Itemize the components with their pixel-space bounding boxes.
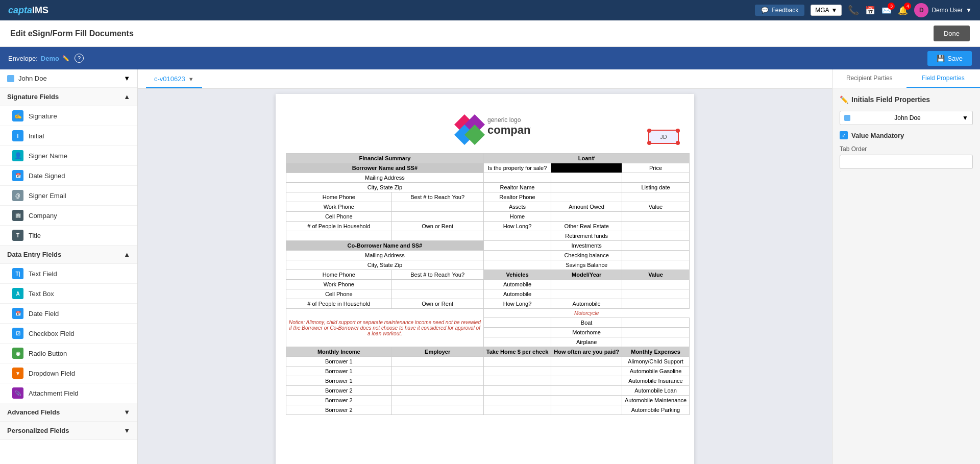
panel-recipient-select[interactable]: John Doe ▼ — [840, 111, 973, 125]
pencil-icon: ✏️ — [840, 95, 848, 104]
panel-section-title: ✏️ Initials Field Properties — [840, 95, 973, 104]
center-area: c-v010623 ▼ JD — [138, 69, 832, 464]
value-mandatory-row[interactable]: ✓ Value Mandatory — [840, 131, 973, 139]
done-button[interactable]: Done — [934, 26, 970, 41]
top-nav-right: 💬 Feedback MGA ▼ 📞 📅 ✉️ 3 🔔 4 D Demo Use… — [755, 3, 972, 17]
tab-recipient-parties[interactable]: Recipient Parties — [832, 69, 906, 88]
feedback-button[interactable]: 💬 Feedback — [755, 5, 804, 16]
tab-field-properties[interactable]: Field Properties — [906, 69, 981, 88]
tab-dropdown-icon: ▼ — [188, 76, 194, 82]
document-logo: generic logo company — [286, 104, 684, 145]
mga-dropdown[interactable]: MGA ▼ — [811, 5, 842, 16]
dropdown-field-icon: ▼ — [12, 368, 23, 379]
resize-handle-bl[interactable] — [647, 141, 651, 145]
dropdown-field-item[interactable]: ▼ Dropdown Field — [0, 363, 137, 383]
data-entry-fields-collapse-icon: ▲ — [124, 251, 130, 258]
user-menu[interactable]: D Demo User ▼ — [914, 3, 972, 17]
initials-placeholder-text: JD — [660, 134, 667, 140]
signature-fields-header[interactable]: Signature Fields ▲ — [0, 88, 137, 106]
panel-color-swatch — [844, 115, 850, 121]
feedback-icon: 💬 — [761, 7, 769, 14]
company-logo-svg: generic logo company — [439, 104, 531, 145]
envelope-name: Demo — [41, 55, 59, 62]
envelope-label: Envelope: — [8, 55, 38, 62]
financial-summary-header: Financial Summary — [286, 154, 484, 163]
logo-text2: IMS — [32, 5, 48, 15]
help-icon[interactable]: ? — [75, 54, 84, 63]
bell-icon[interactable]: 🔔 4 — [898, 6, 908, 15]
document-viewport[interactable]: JD generic logo company — [138, 89, 832, 464]
company-field-item[interactable]: 🏢 Company — [0, 206, 137, 226]
edit-pencil-icon[interactable]: ✏️ — [62, 55, 69, 62]
date-field-item[interactable]: 📅 Date Field — [0, 304, 137, 324]
logo-text1: capta — [8, 5, 32, 15]
document-tab[interactable]: c-v010623 ▼ — [146, 71, 202, 88]
initial-field-item[interactable]: I Initial — [0, 126, 137, 146]
loan-header: Loan# — [483, 154, 689, 163]
text-box-icon: A — [12, 288, 23, 299]
signer-email-field-item[interactable]: @ Signer Email — [0, 186, 137, 206]
panel-content: ✏️ Initials Field Properties John Doe ▼ … — [832, 88, 980, 176]
resize-handle-tr[interactable] — [676, 129, 680, 133]
data-entry-fields-header[interactable]: Data Entry Fields ▲ — [0, 246, 137, 264]
date-field-icon: 📅 — [12, 308, 23, 319]
text-field-icon: T| — [12, 268, 23, 279]
advanced-fields-header[interactable]: Advanced Fields ▼ — [0, 403, 137, 422]
advanced-fields-expand-icon: ▼ — [124, 408, 130, 416]
phone-icon[interactable]: 📞 — [848, 5, 859, 16]
initials-field-overlay[interactable]: JD — [648, 130, 679, 144]
recipient-color-swatch — [7, 75, 14, 82]
recipient-chevron-icon: ▼ — [124, 75, 130, 82]
checkbox-field-item[interactable]: ☑ Checkbox Field — [0, 324, 137, 344]
title-field-item[interactable]: T Title — [0, 226, 137, 246]
financial-summary-table: Financial Summary Loan# Borrower Name an… — [286, 153, 690, 415]
notification-badge: 4 — [904, 3, 911, 10]
personalized-fields-expand-icon: ▼ — [124, 427, 130, 434]
checkbox-field-icon: ☑ — [12, 328, 23, 339]
resize-handle-br[interactable] — [676, 141, 680, 145]
attachment-field-item[interactable]: 📎 Attachment Field — [0, 383, 137, 403]
date-signed-field-item[interactable]: 📅 Date Signed — [0, 166, 137, 186]
value-mandatory-checkbox[interactable]: ✓ — [840, 131, 848, 139]
email-badge: 3 — [888, 3, 895, 10]
signature-field-icon: ✍ — [12, 110, 23, 121]
company-field-icon: 🏢 — [12, 210, 23, 221]
app-logo: captaIMS — [8, 5, 48, 16]
radio-button-item[interactable]: ◉ Radio Button — [0, 344, 137, 363]
user-avatar: D — [914, 3, 928, 17]
right-panel: Recipient Parties Field Properties ✏️ In… — [832, 69, 980, 464]
document-page: JD generic logo company — [276, 94, 694, 464]
recipient-dropdown[interactable]: John Doe ▼ — [0, 69, 137, 88]
signer-name-field-icon: 👤 — [12, 150, 23, 161]
page-header: Edit eSign/Form Fill Documents Done — [0, 20, 980, 47]
email-icon[interactable]: ✉️ 3 — [881, 6, 892, 15]
envelope-bar: Envelope: Demo ✏️ ? 💾 Save — [0, 47, 980, 69]
signer-name-field-item[interactable]: 👤 Signer Name — [0, 146, 137, 166]
save-disk-icon: 💾 — [937, 55, 945, 62]
tab-bar: c-v010623 ▼ — [138, 69, 832, 89]
panel-recipient-name: John Doe — [894, 114, 920, 121]
tab-order-label: Tab Order — [840, 145, 973, 153]
value-mandatory-label: Value Mandatory — [851, 132, 904, 139]
personalized-fields-header[interactable]: Personalized Fields ▼ — [0, 422, 137, 440]
signature-field-item[interactable]: ✍ Signature — [0, 106, 137, 126]
tab-order-input[interactable] — [840, 155, 973, 169]
resize-handle-tl[interactable] — [647, 129, 651, 133]
signer-email-field-icon: @ — [12, 190, 23, 201]
panel-select-arrow: ▼ — [962, 114, 968, 121]
title-field-icon: T — [12, 230, 23, 241]
dropdown-arrow-icon: ▼ — [831, 7, 838, 14]
attachment-field-icon: 📎 — [12, 387, 23, 399]
svg-text:company: company — [487, 124, 531, 136]
top-navigation: captaIMS 💬 Feedback MGA ▼ 📞 📅 ✉️ 3 🔔 4 D… — [0, 0, 980, 20]
main-layout: John Doe ▼ Signature Fields ▲ ✍ Signatur… — [0, 69, 980, 464]
text-field-item[interactable]: T| Text Field — [0, 264, 137, 284]
text-box-item[interactable]: A Text Box — [0, 284, 137, 304]
save-button[interactable]: 💾 Save — [927, 51, 972, 66]
calendar-icon[interactable]: 📅 — [865, 6, 875, 15]
svg-text:generic logo: generic logo — [487, 116, 521, 124]
panel-tabs: Recipient Parties Field Properties — [832, 69, 980, 88]
user-dropdown-arrow: ▼ — [966, 7, 972, 14]
left-sidebar: John Doe ▼ Signature Fields ▲ ✍ Signatur… — [0, 69, 138, 464]
recipient-name: John Doe — [18, 75, 124, 82]
